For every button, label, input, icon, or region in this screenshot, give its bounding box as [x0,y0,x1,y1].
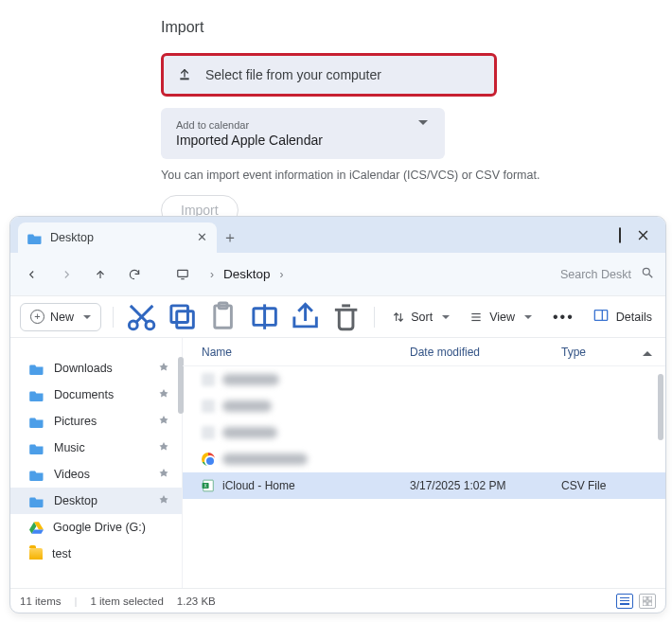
file-scrollbar[interactable] [658,374,663,440]
new-menu[interactable]: + New [20,303,101,331]
folder-icon [29,363,44,375]
svg-rect-2 [178,270,188,276]
tab-desktop[interactable]: Desktop ✕ [18,222,217,253]
sidebar-item-label: Google Drive (G:) [53,521,146,534]
import-title: Import [161,19,541,36]
sidebar-item-downloads[interactable]: Downloads [10,355,182,382]
cut-icon[interactable] [125,303,158,331]
breadcrumb-item[interactable]: Desktop [223,267,271,281]
pin-icon [159,495,168,505]
chevron-down-icon [442,315,450,319]
file-row[interactable] [183,366,665,393]
paste-icon[interactable] [206,303,239,331]
svg-rect-18 [594,311,607,321]
upload-icon [177,67,192,82]
sidebar-item-label: test [52,547,71,560]
toolbar: + New Sort View ••• Details [10,296,665,338]
breadcrumb[interactable]: › Desktop › [206,267,508,281]
up-button[interactable] [90,264,111,285]
import-panel: Import Select file from your computer Ad… [161,19,541,225]
chevron-down-icon [83,315,91,319]
folder-icon [27,232,43,244]
search-input[interactable]: Search Deskt [522,266,654,282]
monitor-icon[interactable] [172,264,193,285]
plus-icon: + [30,310,44,324]
sidebar-item-test[interactable]: test [10,541,182,567]
file-row[interactable] [183,419,665,446]
view-label: View [489,311,515,324]
details-icon [593,309,609,325]
status-bar: 11 items | 1 item selected 1.23 KB [10,588,665,613]
sidebar-item-music[interactable]: Music [10,435,182,461]
csv-file-icon: X [202,479,215,492]
file-pane: Name Date modified Type [183,338,665,588]
folder-icon [29,416,44,428]
details-view-icon[interactable] [616,594,633,609]
chevron-right-icon: › [280,268,284,281]
add-to-calendar-value: Imported Apple Calendar [176,133,323,148]
details-pane-button[interactable]: Details [590,309,656,325]
thumbnails-view-icon[interactable] [639,594,656,609]
header-date[interactable]: Date modified [410,346,561,359]
select-file-button[interactable]: Select file from your computer [161,53,497,97]
status-count: 11 items [20,595,61,607]
sidebar-item-label: Downloads [54,362,113,375]
header-type[interactable]: Type [561,346,648,359]
sort-label: Sort [411,311,433,324]
chevron-down-icon [524,315,532,319]
more-menu[interactable]: ••• [545,309,582,326]
app-icon [202,453,215,466]
folder-icon [29,469,44,481]
file-type: CSV File [561,479,648,492]
file-explorer-window: Desktop ✕ ＋ › Desktop › Search Deskt [9,216,666,613]
sidebar-item-documents[interactable]: Documents [10,382,182,408]
sidebar: Downloads Documents Pictures Music Video [10,338,183,588]
maximize-button[interactable] [619,228,621,242]
import-helper-text: You can import event information in iCal… [161,169,568,182]
pin-icon [159,363,168,372]
sort-menu[interactable]: Sort [386,303,455,331]
new-label: New [50,311,74,324]
search-icon [641,266,654,282]
pin-icon [159,416,168,425]
sidebar-item-videos[interactable]: Videos [10,461,182,488]
sidebar-item-label: Videos [54,468,90,481]
folder-icon [29,442,44,454]
sidebar-item-label: Documents [54,388,114,401]
file-row[interactable] [183,446,665,472]
forward-button[interactable] [56,264,77,285]
google-drive-icon [29,522,44,534]
collapse-chevron-icon[interactable] [643,334,652,351]
file-name: iCloud - Home [222,479,295,492]
svg-rect-26 [643,596,646,600]
file-date: 3/17/2025 1:02 PM [410,479,561,492]
delete-icon[interactable] [329,303,363,331]
sidebar-item-label: Desktop [54,494,97,507]
details-label: Details [616,311,652,324]
column-headers[interactable]: Name Date modified Type [183,338,665,366]
add-to-calendar-dropdown[interactable]: Add to calendar Imported Apple Calendar [161,108,445,159]
close-window-button[interactable] [638,230,648,240]
view-menu[interactable]: View [463,303,538,331]
sidebar-item-desktop[interactable]: Desktop [10,488,182,514]
file-row[interactable] [183,393,665,419]
sidebar-item-label: Pictures [54,415,97,428]
search-placeholder: Search Deskt [560,268,631,281]
new-tab-button[interactable]: ＋ [217,222,243,253]
svg-rect-28 [643,601,646,605]
svg-line-4 [649,275,653,278]
folder-icon [29,389,44,401]
refresh-button[interactable] [124,264,145,285]
add-to-calendar-label: Add to calendar [176,119,323,131]
chevron-down-icon [418,125,428,142]
sidebar-item-pictures[interactable]: Pictures [10,408,182,435]
back-button[interactable] [22,264,43,285]
rename-icon[interactable] [248,303,281,331]
header-name[interactable]: Name [183,346,410,359]
sidebar-item-google-drive[interactable]: Google Drive (G:) [10,514,182,541]
status-selection: 1 item selected [90,595,163,607]
share-icon[interactable] [289,303,322,331]
file-row-selected[interactable]: X iCloud - Home 3/17/2025 1:02 PM CSV Fi… [183,472,665,499]
copy-icon[interactable] [166,303,199,331]
close-tab-icon[interactable]: ✕ [197,230,207,244]
